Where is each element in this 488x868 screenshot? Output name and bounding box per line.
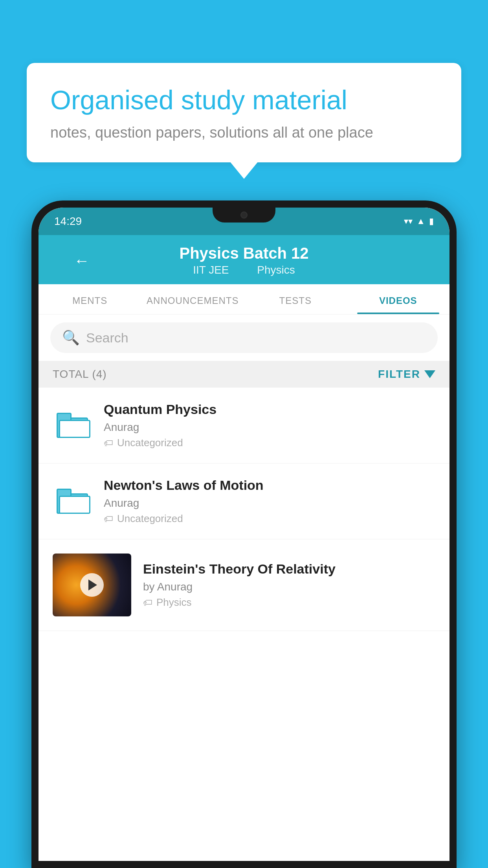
tab-ments[interactable]: MENTS — [39, 284, 141, 314]
video-thumbnail — [53, 554, 131, 616]
tab-announcements[interactable]: ANNOUNCEMENTS — [141, 284, 244, 314]
speech-bubble-section: Organised study material notes, question… — [27, 63, 461, 162]
tag-icon: 🏷 — [143, 597, 152, 608]
folder-tab — [57, 489, 72, 496]
play-button[interactable] — [80, 573, 104, 597]
video-tag: 🏷 Uncategorized — [104, 437, 435, 449]
filter-button[interactable]: FILTER — [378, 368, 435, 381]
video-tag: 🏷 Physics — [143, 596, 435, 609]
video-author: by Anurag — [143, 581, 435, 593]
back-button[interactable]: ← — [74, 252, 90, 269]
tabs-bar: MENTS ANNOUNCEMENTS TESTS VIDEOS — [39, 284, 449, 314]
tag-label: Uncategorized — [117, 513, 183, 525]
subtitle-physics: Physics — [257, 264, 295, 276]
filter-label: FILTER — [378, 368, 420, 381]
tab-tests[interactable]: TESTS — [244, 284, 347, 314]
status-icons: ▾▾ ▲ ▮ — [404, 216, 434, 226]
video-tag: 🏷 Uncategorized — [104, 513, 435, 525]
video-info: Quantum Physics Anurag 🏷 Uncategorized — [104, 402, 435, 449]
folder-icon-wrap — [53, 489, 92, 514]
status-time: 14:29 — [54, 215, 82, 228]
video-info: Newton's Laws of Motion Anurag 🏷 Uncateg… — [104, 478, 435, 525]
phone-screen: 14:29 ▾▾ ▲ ▮ ← Physics Batch 12 IIT JEE — [39, 208, 449, 861]
folder-front — [59, 496, 90, 514]
list-item[interactable]: Quantum Physics Anurag 🏷 Uncategorized — [39, 388, 449, 463]
tag-icon: 🏷 — [104, 513, 113, 524]
phone-frame: 14:29 ▾▾ ▲ ▮ ← Physics Batch 12 IIT JEE — [31, 200, 457, 868]
video-info: Einstein's Theory Of Relativity by Anura… — [143, 561, 435, 609]
subtitle-iitjee: IIT JEE — [193, 264, 229, 276]
header-subtitle: IIT JEE Physics — [179, 264, 308, 276]
tag-icon: 🏷 — [104, 438, 113, 449]
list-item[interactable]: Newton's Laws of Motion Anurag 🏷 Uncateg… — [39, 463, 449, 539]
video-title: Einstein's Theory Of Relativity — [143, 561, 435, 577]
folder-icon-wrap — [53, 413, 92, 438]
folder-tab — [57, 413, 72, 420]
bubble-subtitle: notes, question papers, solutions all at… — [50, 124, 438, 141]
tab-videos[interactable]: VIDEOS — [347, 284, 450, 314]
camera-notch — [240, 211, 248, 219]
header-title: Physics Batch 12 — [179, 245, 308, 262]
wifi-icon: ▾▾ — [404, 216, 413, 226]
play-triangle-icon — [88, 579, 97, 590]
list-item[interactable]: Einstein's Theory Of Relativity by Anura… — [39, 539, 449, 631]
video-list: Quantum Physics Anurag 🏷 Uncategorized — [39, 388, 449, 861]
app-header: ← Physics Batch 12 IIT JEE Physics — [39, 235, 449, 284]
filter-bar: TOTAL (4) FILTER — [39, 361, 449, 388]
status-bar: 14:29 ▾▾ ▲ ▮ — [39, 208, 449, 235]
search-placeholder: Search — [86, 330, 128, 346]
video-title: Quantum Physics — [104, 402, 435, 417]
video-title: Newton's Laws of Motion — [104, 478, 435, 493]
bubble-title: Organised study material — [50, 84, 438, 116]
video-author: Anurag — [104, 497, 435, 509]
filter-triangle-icon — [424, 370, 435, 378]
tag-label: Physics — [156, 596, 192, 609]
tag-label: Uncategorized — [117, 437, 183, 449]
video-author: Anurag — [104, 421, 435, 434]
speech-bubble-card: Organised study material notes, question… — [27, 63, 461, 162]
folder-icon — [57, 413, 88, 438]
total-label: TOTAL (4) — [53, 368, 107, 381]
search-icon: 🔍 — [62, 329, 80, 346]
notch — [213, 208, 275, 223]
battery-icon: ▮ — [429, 216, 434, 226]
folder-icon — [57, 489, 88, 514]
signal-icon: ▲ — [416, 216, 425, 226]
header-text: Physics Batch 12 IIT JEE Physics — [179, 245, 308, 276]
search-box[interactable]: 🔍 Search — [50, 322, 438, 353]
search-container: 🔍 Search — [39, 314, 449, 361]
folder-front — [59, 420, 90, 438]
header-row: ← Physics Batch 12 IIT JEE Physics — [54, 245, 434, 276]
